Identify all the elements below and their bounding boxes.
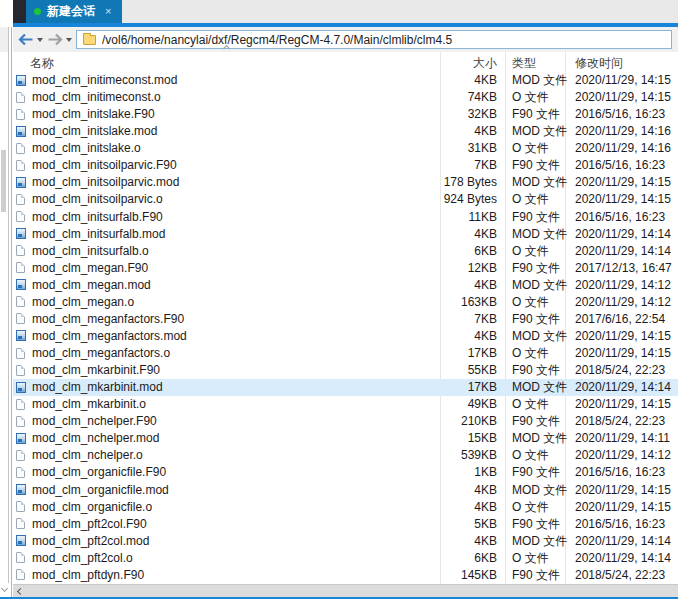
plain-file-icon (16, 160, 25, 171)
arrow-left-icon (18, 33, 34, 46)
file-modified: 2016/5/16, 16:23 (575, 209, 678, 226)
list-header: 名称 大小 类型 修改时间 (13, 52, 678, 72)
file-name: mod_clm_mkarbinit.F90 (32, 362, 432, 379)
file-type: MOD 文件 (512, 277, 572, 294)
file-size: 31KB (440, 140, 497, 157)
file-name: mod_clm_initslake.o (32, 140, 432, 157)
table-row[interactable]: mod_clm_initslake.o 31KB O 文件 2020/11/29… (13, 140, 678, 157)
forward-button[interactable] (47, 32, 72, 47)
file-size: 17KB (440, 345, 497, 362)
file-type: O 文件 (512, 447, 572, 464)
vertical-scrollbar-thumb[interactable] (1, 150, 6, 212)
file-type: F90 文件 (512, 516, 572, 533)
file-name: mod_clm_organicfile.o (32, 499, 432, 516)
table-row[interactable]: mod_clm_nchelper.F90 210KB F90 文件 2018/5… (13, 413, 678, 430)
plain-file-icon (16, 399, 25, 410)
file-type: MOD 文件 (512, 72, 572, 89)
address-bar[interactable]: /vol6/home/nancylai/dxf/Regcm4/RegCM-4.7… (76, 30, 672, 49)
file-modified: 2020/11/29, 14:15 (575, 191, 678, 208)
tab-new-session[interactable]: 新建会话 × (26, 0, 122, 23)
file-modified: 2020/11/29, 14:12 (575, 447, 678, 464)
table-row[interactable]: mod_clm_organicfile.mod 4KB MOD 文件 2020/… (13, 482, 678, 499)
file-type: F90 文件 (512, 362, 572, 379)
file-type: MOD 文件 (512, 430, 572, 447)
file-size: 7KB (440, 157, 497, 174)
table-row[interactable]: mod_clm_mkarbinit.mod 17KB MOD 文件 2020/1… (13, 379, 678, 396)
file-modified: 2020/11/29, 14:15 (575, 499, 678, 516)
plain-file-icon (16, 143, 25, 154)
file-type: MOD 文件 (512, 226, 572, 243)
column-header-name[interactable]: 名称 (30, 55, 54, 72)
table-row[interactable]: mod_clm_initsoilparvic.F90 7KB F90 文件 20… (13, 157, 678, 174)
file-modified: 2020/11/29, 14:16 (575, 123, 678, 140)
navigation-toolbar: /vol6/home/nancylai/dxf/Regcm4/RegCM-4.7… (13, 27, 678, 52)
column-header-modified[interactable]: 修改时间 (575, 55, 623, 72)
table-row[interactable]: mod_clm_mkarbinit.o 49KB O 文件 2020/11/29… (13, 396, 678, 413)
file-size: 210KB (440, 413, 497, 430)
file-type: MOD 文件 (512, 482, 572, 499)
folder-icon (83, 35, 96, 45)
file-name: mod_clm_initimeconst.o (32, 89, 432, 106)
table-row[interactable]: mod_clm_initsurfalb.mod 4KB MOD 文件 2020/… (13, 226, 678, 243)
plain-file-icon (16, 313, 25, 324)
table-row[interactable]: mod_clm_initsoilparvic.mod 178 Bytes MOD… (13, 174, 678, 191)
mod-file-icon (16, 535, 26, 546)
plain-file-icon (16, 92, 25, 103)
file-name: mod_clm_megan.o (32, 294, 432, 311)
plain-file-icon (16, 501, 25, 512)
file-name: mod_clm_initimeconst.mod (32, 72, 432, 89)
file-modified: 2020/11/29, 14:15 (575, 482, 678, 499)
file-modified: 2017/12/13, 16:47 (575, 260, 678, 277)
plain-file-icon (16, 245, 25, 256)
file-name: mod_clm_meganfactors.mod (32, 328, 432, 345)
table-row[interactable]: mod_clm_pft2col.o 6KB O 文件 2020/11/29, 1… (13, 550, 678, 567)
table-row[interactable]: mod_clm_organicfile.F90 1KB F90 文件 2016/… (13, 464, 678, 481)
file-name: mod_clm_initsurfalb.o (32, 243, 432, 260)
file-type: F90 文件 (512, 209, 572, 226)
table-row[interactable]: mod_clm_meganfactors.o 17KB O 文件 2020/11… (13, 345, 678, 362)
file-size: 5KB (440, 516, 497, 533)
table-row[interactable]: mod_clm_initimeconst.mod 4KB MOD 文件 2020… (13, 72, 678, 89)
file-modified: 2016/5/16, 16:23 (575, 106, 678, 123)
scroll-left-icon[interactable] (17, 588, 24, 595)
table-row[interactable]: mod_clm_megan.mod 4KB MOD 文件 2020/11/29,… (13, 277, 678, 294)
tab-bar: 新建会话 × (13, 0, 678, 23)
column-header-size[interactable]: 大小 (440, 55, 497, 72)
table-row[interactable]: mod_clm_initsurfalb.o 6KB O 文件 2020/11/2… (13, 243, 678, 260)
file-type: O 文件 (512, 550, 572, 567)
file-modified: 2020/11/29, 14:14 (575, 379, 678, 396)
current-path: /vol6/home/nancylai/dxf/Regcm4/RegCM-4.7… (102, 33, 452, 47)
file-name: mod_clm_initslake.mod (32, 123, 432, 140)
table-row[interactable]: mod_clm_initslake.mod 4KB MOD 文件 2020/11… (13, 123, 678, 140)
file-type: O 文件 (512, 89, 572, 106)
table-row[interactable]: mod_clm_megan.o 163KB O 文件 2020/11/29, 1… (13, 294, 678, 311)
column-header-type[interactable]: 类型 (512, 55, 536, 72)
table-row[interactable]: mod_clm_mkarbinit.F90 55KB F90 文件 2018/5… (13, 362, 678, 379)
horizontal-scrollbar[interactable] (13, 584, 678, 597)
plain-file-icon (16, 365, 25, 376)
file-size: 6KB (440, 550, 497, 567)
file-list-rows: mod_clm_initimeconst.mod 4KB MOD 文件 2020… (13, 72, 678, 584)
file-type: O 文件 (512, 140, 572, 157)
table-row[interactable]: mod_clm_meganfactors.mod 4KB MOD 文件 2020… (13, 328, 678, 345)
table-row[interactable]: mod_clm_meganfactors.F90 7KB F90 文件 2017… (13, 311, 678, 328)
table-row[interactable]: mod_clm_pft2col.mod 4KB MOD 文件 2020/11/2… (13, 533, 678, 550)
table-row[interactable]: mod_clm_nchelper.mod 15KB MOD 文件 2020/11… (13, 430, 678, 447)
back-button[interactable] (18, 32, 43, 47)
table-row[interactable]: mod_clm_megan.F90 12KB F90 文件 2017/12/13… (13, 260, 678, 277)
table-row[interactable]: mod_clm_initimeconst.o 74KB O 文件 2020/11… (13, 89, 678, 106)
back-dropdown-icon[interactable] (37, 38, 43, 42)
file-type: O 文件 (512, 191, 572, 208)
table-row[interactable]: mod_clm_initsoilparvic.o 924 Bytes O 文件 … (13, 191, 678, 208)
file-type: F90 文件 (512, 311, 572, 328)
file-type: F90 文件 (512, 413, 572, 430)
table-row[interactable]: mod_clm_nchelper.o 539KB O 文件 2020/11/29… (13, 447, 678, 464)
forward-dropdown-icon[interactable] (66, 38, 72, 42)
file-size: 32KB (440, 106, 497, 123)
table-row[interactable]: mod_clm_initsurfalb.F90 11KB F90 文件 2016… (13, 209, 678, 226)
close-icon[interactable]: × (105, 6, 111, 17)
table-row[interactable]: mod_clm_pftdyn.F90 145KB F90 文件 2018/5/2… (13, 567, 678, 584)
table-row[interactable]: mod_clm_pft2col.F90 5KB F90 文件 2016/5/16… (13, 516, 678, 533)
table-row[interactable]: mod_clm_initslake.F90 32KB F90 文件 2016/5… (13, 106, 678, 123)
table-row[interactable]: mod_clm_organicfile.o 4KB O 文件 2020/11/2… (13, 499, 678, 516)
